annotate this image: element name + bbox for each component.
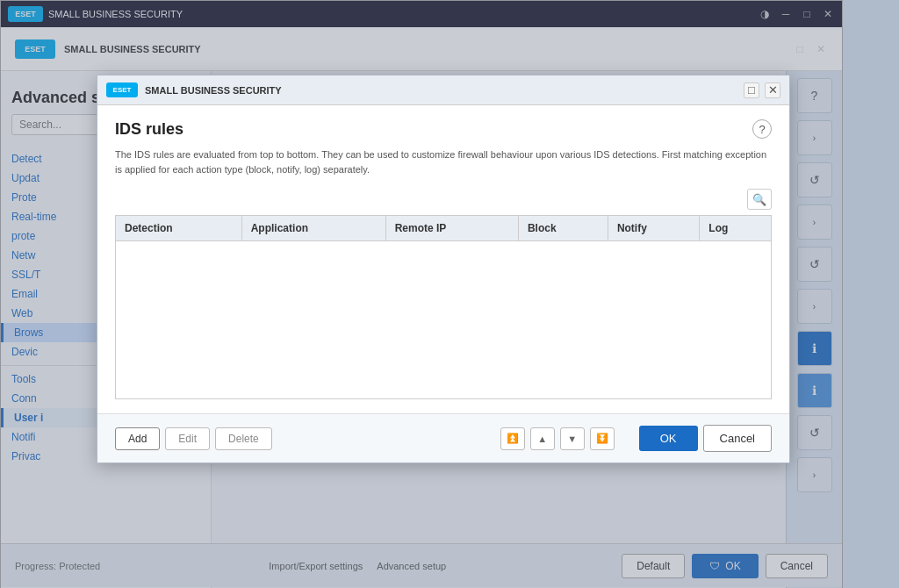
modal-search-button[interactable]: 🔍 (747, 189, 772, 210)
modal-description: The IDS rules are evaluated from top to … (115, 147, 772, 176)
col-application: Application (241, 216, 385, 241)
modal-title-row: IDS rules ? (115, 119, 772, 139)
col-notify: Notify (608, 216, 699, 241)
table-empty-cell (116, 241, 772, 399)
table-empty-row (116, 241, 772, 399)
modal-eset-logo: ESET (106, 82, 138, 97)
ids-rules-modal: ESET SMALL BUSINESS SECURITY □ ✕ IDS rul… (97, 75, 790, 463)
table-header-row: Detection Application Remote IP Block No… (116, 216, 772, 241)
modal-title: IDS rules (115, 120, 183, 139)
modal-footer-right: ⏫ ▲ ▼ ⏬ OK Cancel (500, 425, 772, 452)
edit-rule-button[interactable]: Edit (165, 427, 210, 450)
modal-search-row: 🔍 (115, 189, 772, 210)
move-top-button[interactable]: ⏫ (500, 427, 525, 450)
modal-cancel-button[interactable]: Cancel (703, 425, 772, 452)
col-log: Log (700, 216, 772, 241)
move-bottom-button[interactable]: ⏬ (590, 427, 615, 450)
modal-titlebar-title: SMALL BUSINESS SECURITY (145, 85, 282, 96)
modal-titlebar: ESET SMALL BUSINESS SECURITY □ ✕ (97, 75, 789, 105)
modal-titlebar-controls: □ ✕ (744, 82, 780, 98)
move-down-button[interactable]: ▼ (560, 427, 585, 450)
move-up-button[interactable]: ▲ (530, 427, 555, 450)
col-remote-ip: Remote IP (385, 216, 518, 241)
modal-help-button[interactable]: ? (752, 119, 772, 139)
modal-close-icon[interactable]: ✕ (765, 82, 780, 98)
col-detection: Detection (116, 216, 242, 241)
modal-footer: Add Edit Delete ⏫ ▲ ▼ ⏬ OK Cancel (97, 413, 789, 463)
add-rule-button[interactable]: Add (115, 427, 160, 450)
delete-rule-button[interactable]: Delete (215, 427, 272, 450)
table-body (116, 241, 772, 399)
modal-footer-left: Add Edit Delete (115, 427, 272, 450)
ids-rules-table: Detection Application Remote IP Block No… (115, 215, 772, 399)
table-header: Detection Application Remote IP Block No… (116, 216, 772, 241)
modal-ok-button[interactable]: OK (639, 426, 698, 451)
modal-body: IDS rules ? The IDS rules are evaluated … (97, 105, 789, 413)
modal-maximize-icon[interactable]: □ (744, 82, 759, 98)
col-block: Block (518, 216, 608, 241)
